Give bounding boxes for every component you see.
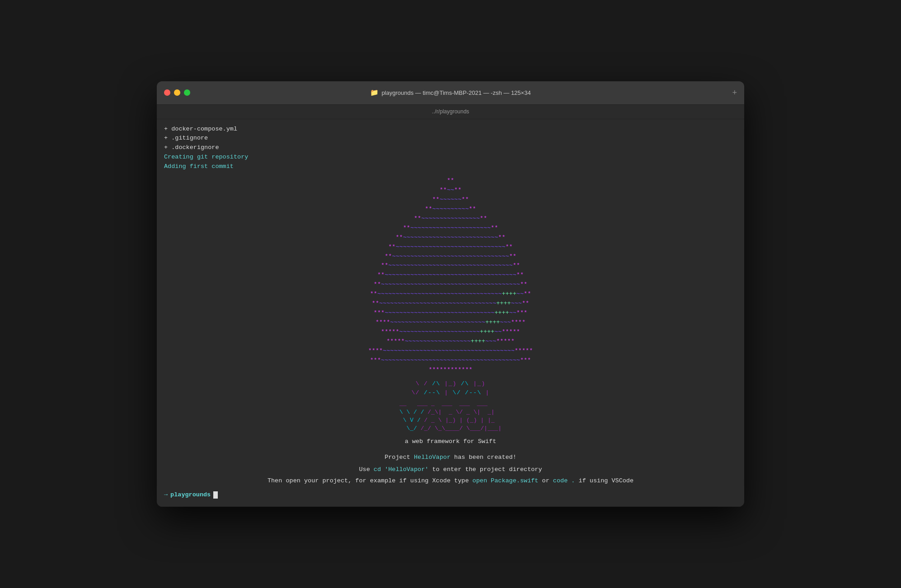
- tree-row-19: ****~~~~~~~~~~~~~~~~~~~~~~~~~~~~~~~~~~~~…: [164, 346, 737, 356]
- tree-row-21: ************: [164, 365, 737, 375]
- output-line-2: + .gitignore: [164, 134, 737, 143]
- maximize-button[interactable]: [184, 89, 190, 96]
- tree-row-14: **~~~~~~~~~~~~~~~~~~~~~~~~~~~~~~~~++++~~…: [164, 299, 737, 308]
- prompt-line: → playgrounds: [164, 490, 737, 500]
- tree-row-4: **~~~~~~~~~~**: [164, 205, 737, 214]
- tree-row-17: *****~~~~~~~~~~~~~~~~~~~~~~++++~~*****: [164, 327, 737, 337]
- tree-row-18: *****~~~~~~~~~~~~~~~~~~++++~~~*****: [164, 337, 737, 346]
- tab-bar: ../r/playgrounds: [157, 105, 744, 119]
- tree-row-8: **~~~~~~~~~~~~~~~~~~~~~~~~~~~~~~**: [164, 243, 737, 252]
- tree-row-11: **~~~~~~~~~~~~~~~~~~~~~~~~~~~~~~~~~~~~**: [164, 271, 737, 280]
- titlebar-center: 📁 playgrounds — timc@Tims-MBP-2021 — -zs…: [370, 89, 530, 97]
- project-created-msg: Project HelloVapor has been created!: [164, 453, 737, 462]
- new-tab-button[interactable]: +: [732, 88, 737, 98]
- tree-row-15: ***~~~~~~~~~~~~~~~~~~~~~~~~~~~~~~++++~~*…: [164, 308, 737, 318]
- ascii-tree: ** **~~** **~~~~~~** **~~~~~~~~~~** **~~…: [164, 176, 737, 374]
- tree-row-10: **~~~~~~~~~~~~~~~~~~~~~~~~~~~~~~~~~~**: [164, 261, 737, 271]
- vapor-logo: \ / /\ |_) /\ |_) \/ /--\ | \/ /--\ |: [164, 379, 737, 398]
- cd-command: cd 'HelloVapor': [374, 466, 429, 473]
- tree-row-9: **~~~~~~~~~~~~~~~~~~~~~~~~~~~~~~~~**: [164, 252, 737, 261]
- folder-icon: 📁: [370, 89, 379, 97]
- open-package-swift: open Package.swift: [473, 477, 539, 484]
- open-message: Then open your project, for example if u…: [164, 476, 737, 486]
- window-title: playgrounds — timc@Tims-MBP-2021 — -zsh …: [381, 89, 530, 96]
- close-button[interactable]: [164, 89, 170, 96]
- vapor-ascii-art: __ ___ _ ___ ___ ___ \ \ / / /_\| _ \/ _…: [164, 400, 737, 433]
- tree-row-2: **~~**: [164, 186, 737, 195]
- output-creating-git: Creating git repository: [164, 153, 737, 162]
- tree-row-12: **~~~~~~~~~~~~~~~~~~~~~~~~~~~~~~~~~~~~~~…: [164, 280, 737, 289]
- vapor-logo-line1: \ / /\ |_) /\ |_): [164, 379, 737, 389]
- minimize-button[interactable]: [174, 89, 180, 96]
- prompt-directory: playgrounds: [170, 490, 211, 500]
- prompt-arrow: →: [164, 490, 168, 500]
- tree-row-5: **~~~~~~~~~~~~~~~~**: [164, 214, 737, 224]
- output-line-3: + .dockerignore: [164, 143, 737, 153]
- traffic-lights: [164, 89, 190, 96]
- tree-row-3: **~~~~~~**: [164, 195, 737, 205]
- tree-row-6: **~~~~~~~~~~~~~~~~~~~~~~**: [164, 224, 737, 233]
- project-name: HelloVapor: [414, 454, 450, 461]
- cursor: [213, 491, 218, 499]
- tree-row-20: ***~~~~~~~~~~~~~~~~~~~~~~~~~~~~~~~~~~~~~…: [164, 356, 737, 365]
- titlebar: 📁 playgrounds — timc@Tims-MBP-2021 — -zs…: [157, 81, 744, 105]
- vapor-logo-line2: \/ /--\ | \/ /--\ |: [164, 388, 737, 398]
- tree-row-1: **: [164, 176, 737, 186]
- code-dot: code .: [553, 477, 575, 484]
- tree-row-7: **~~~~~~~~~~~~~~~~~~~~~~~~~~**: [164, 233, 737, 243]
- subtitle: a web framework for Swift: [164, 437, 737, 447]
- terminal-body[interactable]: + docker-compose.yml + .gitignore + .doc…: [157, 119, 744, 507]
- tree-row-13: **~~~~~~~~~~~~~~~~~~~~~~~~~~~~~~~~~~++++…: [164, 289, 737, 299]
- tab-label: ../r/playgrounds: [432, 108, 469, 115]
- cd-message: Use cd 'HelloVapor' to enter the project…: [164, 465, 737, 475]
- output-line-1: + docker-compose.yml: [164, 125, 737, 134]
- tree-row-16: ****~~~~~~~~~~~~~~~~~~~~~~~~~~++++~~~***…: [164, 318, 737, 327]
- output-adding-commit: Adding first commit: [164, 162, 737, 172]
- terminal-window: 📁 playgrounds — timc@Tims-MBP-2021 — -zs…: [157, 81, 744, 507]
